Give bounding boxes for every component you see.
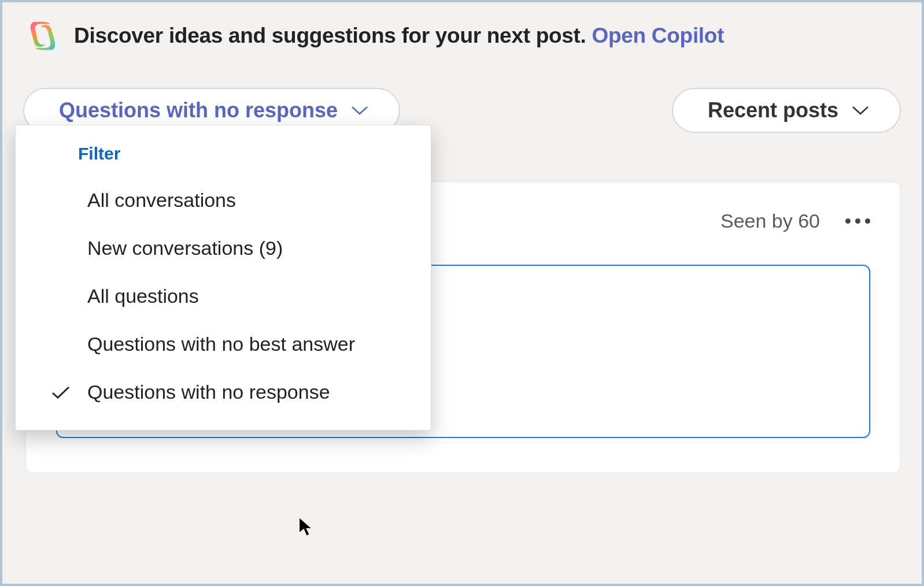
- check-slot: [49, 383, 72, 402]
- dropdown-item-label: Questions with no response: [87, 381, 330, 403]
- dropdown-item-label: New conversations (9): [87, 237, 283, 259]
- filter-option-no-response[interactable]: Questions with no response: [16, 368, 431, 416]
- mouse-cursor-icon: [298, 517, 313, 537]
- check-slot: [49, 335, 72, 354]
- seen-by-count: Seen by 60: [720, 210, 820, 232]
- toolbar: Questions with no response Recent posts …: [2, 67, 922, 133]
- dropdown-item-label: All questions: [87, 285, 199, 307]
- copilot-logo-icon: [25, 18, 60, 53]
- checkmark-icon: [51, 385, 71, 400]
- check-slot: [49, 287, 72, 306]
- dropdown-item-label: All conversations: [87, 189, 236, 212]
- filter-option-no-best-answer[interactable]: Questions with no best answer: [16, 320, 431, 368]
- dropdown-item-label: Questions with no best answer: [87, 333, 355, 355]
- chevron-down-icon: [851, 105, 870, 116]
- filter-dropdown-label: Questions with no response: [59, 98, 338, 123]
- open-copilot-link[interactable]: Open Copilot: [592, 24, 725, 47]
- check-slot: [49, 191, 72, 210]
- filter-dropdown-menu: Filter All conversations New conversatio…: [15, 125, 431, 431]
- sort-dropdown-button[interactable]: Recent posts: [672, 88, 901, 133]
- sort-dropdown-label: Recent posts: [708, 98, 838, 123]
- filter-option-all-conversations[interactable]: All conversations: [16, 176, 431, 224]
- more-options-button[interactable]: [845, 218, 870, 224]
- chevron-down-icon: [350, 105, 369, 116]
- dropdown-header: Filter: [16, 142, 431, 176]
- banner-text: Discover ideas and suggestions for your …: [74, 24, 724, 48]
- copilot-banner: Discover ideas and suggestions for your …: [2, 2, 922, 67]
- check-slot: [49, 239, 72, 258]
- filter-option-new-conversations[interactable]: New conversations (9): [16, 224, 431, 272]
- banner-message: Discover ideas and suggestions for your …: [74, 24, 586, 47]
- filter-option-all-questions[interactable]: All questions: [16, 272, 431, 320]
